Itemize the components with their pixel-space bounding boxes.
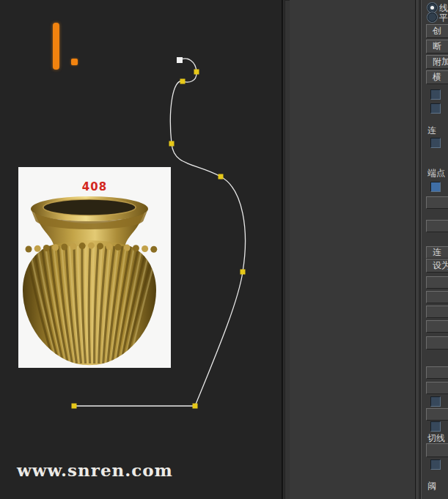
spline-path	[74, 59, 245, 406]
panel-column-separator	[414, 0, 423, 499]
spline-vertex[interactable]	[169, 141, 175, 147]
partial-checkbox[interactable]	[430, 421, 441, 432]
partial-button[interactable]	[426, 306, 448, 318]
spline-vertex[interactable]	[72, 404, 77, 409]
viewport[interactable]: 408	[0, 0, 282, 499]
partial-radio[interactable]	[427, 12, 437, 22]
partial-checkbox[interactable]	[430, 459, 441, 470]
spline-vertex[interactable]	[194, 70, 199, 75]
partial-button[interactable]	[426, 366, 448, 379]
partial-checkbox[interactable]	[430, 103, 441, 114]
partial-button[interactable]	[426, 443, 448, 457]
partial-button[interactable]	[426, 320, 448, 333]
partial-checkbox[interactable]	[430, 138, 441, 148]
partial-checkbox[interactable]	[430, 396, 441, 407]
partial-button[interactable]	[426, 336, 448, 350]
partial-button[interactable]: 附加	[426, 55, 448, 69]
partial-button[interactable]: 设为	[426, 259, 448, 273]
partial-button[interactable]: 创	[426, 24, 448, 38]
partial-geometry-panel: 线平创断附加横连端点连设为切线阈	[423, 0, 448, 499]
spline-vertices	[72, 57, 246, 409]
partial-button[interactable]	[426, 276, 448, 289]
partial-label: 端点	[427, 167, 445, 180]
application-window: 408	[0, 0, 448, 499]
spline-overlay[interactable]	[0, 0, 282, 499]
partial-button[interactable]: 断	[426, 40, 448, 53]
partial-label: 阈	[427, 480, 436, 492]
partial-button[interactable]	[426, 382, 448, 394]
partial-button[interactable]	[426, 196, 448, 209]
spline-first-vertex[interactable]	[177, 57, 183, 63]
partial-button[interactable]: 连	[426, 246, 448, 259]
watermark-text: www.snren.com	[17, 460, 173, 480]
partial-checkbox[interactable]	[430, 182, 441, 192]
partial-radio-label: 平	[439, 12, 448, 24]
partial-label: 连	[427, 125, 436, 137]
partial-button[interactable]: 横	[426, 70, 448, 84]
partial-checkbox[interactable]	[430, 89, 441, 100]
partial-radio[interactable]	[427, 3, 437, 12]
partial-button[interactable]	[426, 220, 448, 232]
spline-vertex[interactable]	[193, 404, 198, 409]
command-panel: 修改器列表 + 车削 + Line	[290, 0, 414, 499]
partial-button[interactable]	[426, 291, 448, 303]
spline-vertex[interactable]	[219, 174, 224, 180]
spline-vertex[interactable]	[180, 79, 186, 84]
partial-button[interactable]	[426, 408, 448, 421]
spline-vertex[interactable]	[240, 270, 246, 275]
